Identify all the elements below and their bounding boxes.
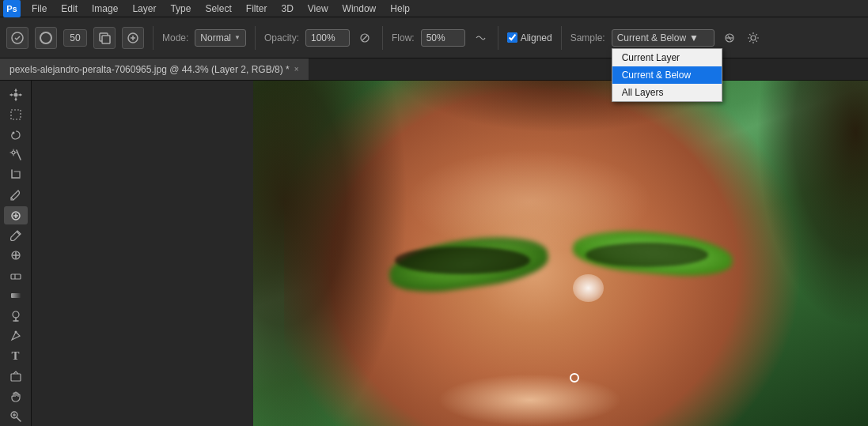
text-tool-icon: T	[11, 349, 19, 363]
left-toolbar: T	[0, 81, 32, 426]
menu-file[interactable]: File	[25, 2, 53, 16]
canvas-dark-bg	[32, 81, 253, 426]
tool-gradient[interactable]	[4, 287, 28, 305]
opacity-icon[interactable]	[356, 29, 373, 47]
menu-type[interactable]: Type	[164, 2, 197, 16]
svg-point-10	[12, 131, 14, 134]
menu-3d[interactable]: 3D	[275, 2, 299, 16]
menu-window[interactable]: Window	[336, 2, 383, 16]
clone-source-button[interactable]	[93, 27, 116, 49]
menu-view[interactable]: View	[301, 2, 335, 16]
separator-5	[561, 26, 562, 50]
photo-chin-highlight	[438, 374, 622, 426]
aligned-checkbox[interactable]	[507, 32, 517, 43]
tool-lasso[interactable]	[4, 126, 28, 144]
tool-move[interactable]	[4, 85, 28, 104]
tool-preset-button[interactable]	[6, 27, 28, 49]
tool-zoom[interactable]	[4, 408, 28, 426]
mode-dropdown[interactable]: Normal ▼	[195, 29, 246, 47]
sample-option-current-layer[interactable]: Current Layer	[612, 49, 722, 66]
mode-dropdown-arrow: ▼	[234, 34, 241, 41]
flow-input[interactable]: 50%	[421, 29, 465, 47]
svg-point-7	[751, 36, 756, 40]
ignore-adjust-icon[interactable]	[721, 29, 738, 47]
sample-option-all-layers[interactable]: All Layers	[612, 84, 722, 101]
brush-circle-icon	[40, 32, 52, 44]
sample-dropdown[interactable]: Current & Below ▼	[612, 29, 714, 47]
sample-dropdown-value: Current & Below	[617, 32, 686, 43]
canvas-area[interactable]	[32, 81, 868, 426]
healing-options-button[interactable]	[122, 27, 144, 49]
tool-eyedropper[interactable]	[4, 186, 28, 204]
menu-edit[interactable]: Edit	[55, 2, 84, 16]
svg-rect-9	[11, 110, 21, 119]
sample-menu: Current Layer Current & Below All Layers	[612, 48, 722, 102]
main-area: T	[0, 81, 868, 426]
photo-canvas	[253, 81, 868, 426]
svg-rect-22	[11, 374, 21, 381]
tool-wand[interactable]	[4, 145, 28, 164]
separator-4	[498, 26, 498, 50]
tool-marquee[interactable]	[4, 105, 28, 123]
tabbar: pexels-alejandro-peralta-7060965.jpg @ 4…	[0, 58, 868, 81]
sample-dropdown-wrapper: Current & Below ▼ Current Layer Current …	[612, 29, 714, 47]
menu-image[interactable]: Image	[85, 2, 124, 16]
svg-rect-15	[11, 274, 21, 279]
tool-hand[interactable]	[4, 387, 28, 405]
tool-brush[interactable]	[4, 226, 28, 244]
menu-select[interactable]: Select	[199, 2, 237, 16]
document-tab[interactable]: pexels-alejandro-peralta-7060965.jpg @ 4…	[0, 58, 309, 80]
tool-pen[interactable]	[4, 327, 28, 345]
opacity-label: Opacity:	[264, 32, 299, 43]
sample-option-current-below[interactable]: Current & Below	[612, 66, 722, 84]
svg-point-8	[13, 92, 17, 96]
tool-text[interactable]: T	[4, 347, 28, 365]
menubar: Ps File Edit Image Layer Type Select Fil…	[0, 0, 868, 17]
aligned-label-text: Aligned	[521, 32, 552, 43]
separator-2	[255, 26, 256, 50]
tool-eraser[interactable]	[4, 266, 28, 285]
tool-clone[interactable]	[4, 247, 28, 265]
tool-dodge[interactable]	[4, 307, 28, 325]
separator-1	[153, 26, 154, 50]
menu-items: File Edit Image Layer Type Select Filter…	[25, 2, 416, 16]
settings-icon[interactable]	[745, 29, 762, 47]
sample-dropdown-arrow: ▼	[689, 32, 699, 43]
brush-preset-picker[interactable]	[35, 27, 57, 49]
airbrush-icon[interactable]	[472, 29, 489, 47]
flow-label: Flow:	[392, 32, 415, 43]
photo-tear	[573, 274, 604, 302]
photo-face-highlight	[407, 149, 653, 253]
menu-filter[interactable]: Filter	[240, 2, 274, 16]
tool-shape[interactable]	[4, 368, 28, 386]
svg-point-21	[14, 331, 17, 334]
svg-rect-2	[102, 36, 110, 43]
menu-help[interactable]: Help	[384, 2, 416, 16]
ps-logo: Ps	[3, 0, 21, 17]
mode-value: Normal	[200, 32, 231, 43]
tab-close-button[interactable]: ×	[294, 65, 299, 74]
mode-label: Mode:	[162, 32, 188, 43]
svg-rect-17	[11, 293, 21, 298]
aligned-checkbox-label[interactable]: Aligned	[507, 32, 552, 43]
opacity-input[interactable]: 100%	[305, 29, 350, 47]
options-toolbar: 50 Mode: Normal ▼ Opacity: 100% Flow: 50…	[0, 17, 868, 58]
svg-point-11	[12, 151, 15, 154]
brush-size-value[interactable]: 50	[63, 29, 87, 47]
sample-label: Sample:	[570, 32, 605, 43]
tool-crop[interactable]	[4, 166, 28, 184]
svg-line-24	[17, 418, 21, 422]
svg-point-18	[13, 311, 19, 318]
menu-layer[interactable]: Layer	[126, 2, 162, 16]
tab-filename: pexels-alejandro-peralta-7060965.jpg @ 4…	[9, 64, 290, 75]
separator-3	[382, 26, 383, 50]
tool-heal[interactable]	[4, 206, 28, 224]
